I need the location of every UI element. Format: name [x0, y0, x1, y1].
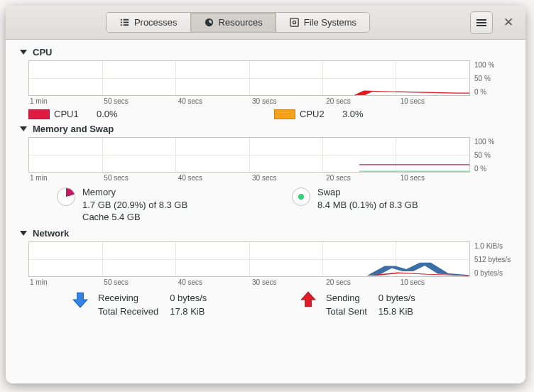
cpu2-label: CPU2 [300, 109, 342, 119]
svg-rect-0 [121, 19, 122, 21]
upload-arrow-icon [299, 290, 317, 311]
cpu1-swatch [28, 109, 50, 119]
memory-section-title: Memory and Swap [33, 124, 114, 134]
ylabel: 50 % [474, 151, 513, 159]
chevron-down-icon [20, 231, 27, 236]
total-sent-value: 15.8 KiB [378, 305, 425, 318]
resources-view: CPU 100 % 50 % 0 % 1 min 50 secs [6, 40, 525, 383]
ylabel: 512 bytes/s [474, 256, 513, 263]
svg-rect-6 [290, 18, 298, 26]
receiving-info[interactable]: Receiving0 bytes/s Total Received17.8 Ki… [28, 290, 285, 320]
close-icon: ✕ [503, 15, 513, 30]
cpu-legend: CPU1 0.0% CPU2 3.0% [28, 109, 513, 119]
hamburger-icon [476, 18, 486, 28]
svg-rect-2 [121, 22, 122, 23]
xlabel: 40 secs [178, 97, 252, 105]
svg-rect-4 [121, 24, 122, 26]
tab-filesystems[interactable]: File Systems [276, 13, 369, 32]
sending-info[interactable]: Sending0 bytes/s Total Sent15.8 KiB [299, 290, 513, 320]
cpu1-label: CPU1 [54, 109, 97, 119]
memory-cache: Cache 5.4 GB [82, 211, 187, 224]
ylabel: 100 % [474, 138, 513, 146]
network-y-axis: 1.0 KiB/s 512 bytes/s 0 bytes/s [474, 241, 513, 277]
xlabel: 1 min [28, 174, 104, 182]
network-x-axis: 1 min 50 secs 40 secs 30 secs 20 secs 10… [28, 278, 513, 286]
tab-filesystems-label: File Systems [304, 17, 356, 28]
xlabel: 30 secs [252, 278, 326, 286]
cpu2-swatch [274, 109, 295, 119]
tab-processes-label: Processes [134, 17, 178, 28]
memory-usage: 1.7 GB (20.9%) of 8.3 GB [82, 199, 187, 212]
view-switcher: Processes Resources File Systems [106, 12, 370, 33]
xlabel: 20 secs [326, 174, 400, 182]
memory-section-header[interactable]: Memory and Swap [18, 124, 513, 134]
xlabel: 50 secs [104, 278, 178, 286]
svg-rect-1 [124, 19, 129, 21]
hamburger-menu-button[interactable] [470, 11, 493, 34]
xlabel: 10 secs [400, 97, 474, 105]
tab-resources-label: Resources [219, 17, 263, 28]
swap-usage: 8.4 MB (0.1%) of 8.3 GB [317, 199, 418, 212]
chevron-down-icon [20, 50, 27, 55]
xlabel: 20 secs [326, 278, 400, 286]
memory-y-axis: 100 % 50 % 0 % [474, 137, 513, 173]
svg-rect-3 [124, 22, 129, 23]
svg-rect-10 [476, 25, 486, 26]
network-section: Network 1.0 KiB/s 512 bytes/s 0 bytes/s [18, 228, 513, 320]
receiving-rate: 0 bytes/s [170, 292, 217, 305]
cpu-section-header[interactable]: CPU [18, 47, 513, 58]
ylabel: 1.0 KiB/s [474, 242, 513, 250]
swap-pie-icon [292, 187, 310, 206]
xlabel: 30 secs [252, 97, 326, 105]
memory-x-axis: 1 min 50 secs 40 secs 30 secs 20 secs 10… [28, 174, 513, 182]
ylabel: 0 % [474, 165, 513, 173]
total-sent-label: Total Sent [326, 305, 377, 318]
xlabel: 20 secs [326, 97, 400, 105]
memory-title: Memory [82, 186, 187, 199]
network-section-title: Network [33, 228, 69, 239]
close-window-button[interactable]: ✕ [497, 11, 520, 34]
xlabel: 1 min [28, 278, 104, 286]
xlabel: 1 min [28, 97, 104, 105]
memory-info[interactable]: Memory 1.7 GB (20.9%) of 8.3 GB Cache 5.… [28, 186, 278, 224]
swap-title: Swap [317, 186, 418, 199]
ylabel: 0 bytes/s [474, 269, 513, 277]
network-chart [28, 241, 470, 277]
xlabel: 10 secs [400, 278, 474, 286]
svg-rect-9 [476, 22, 486, 23]
titlebar: Processes Resources File Systems ✕ [6, 6, 525, 40]
svg-rect-8 [476, 19, 486, 21]
memory-chart [28, 137, 470, 173]
network-section-header[interactable]: Network [18, 228, 513, 239]
speedometer-icon [204, 17, 214, 28]
ylabel: 50 % [474, 75, 513, 82]
cpu-chart [28, 60, 470, 96]
cpu2-legend-item[interactable]: CPU2 3.0% [274, 109, 513, 119]
system-monitor-window: Processes Resources File Systems ✕ CPU [6, 6, 525, 383]
svg-rect-5 [124, 24, 129, 26]
cpu2-value: 3.0% [342, 109, 364, 119]
cpu1-legend-item[interactable]: CPU1 0.0% [28, 109, 267, 119]
cpu1-value: 0.0% [97, 109, 118, 119]
download-arrow-icon [71, 290, 89, 311]
tab-resources[interactable]: Resources [191, 13, 276, 32]
sending-rate: 0 bytes/s [378, 292, 425, 305]
xlabel: 50 secs [104, 97, 178, 105]
tab-processes[interactable]: Processes [107, 13, 191, 32]
xlabel: 50 secs [104, 174, 178, 182]
svg-point-7 [293, 21, 295, 23]
sending-label: Sending [326, 292, 377, 305]
receiving-label: Receiving [98, 292, 168, 305]
memory-pie-icon [57, 187, 75, 206]
disk-icon [289, 17, 300, 28]
total-received-value: 17.8 KiB [170, 305, 217, 318]
chevron-down-icon [20, 126, 27, 131]
list-icon [119, 17, 130, 28]
swap-info[interactable]: Swap 8.4 MB (0.1%) of 8.3 GB [292, 186, 513, 224]
xlabel: 40 secs [178, 278, 252, 286]
cpu-section-title: CPU [33, 47, 52, 58]
total-received-label: Total Received [98, 305, 168, 318]
cpu-y-axis: 100 % 50 % 0 % [474, 60, 513, 96]
xlabel: 40 secs [178, 174, 252, 182]
xlabel: 30 secs [252, 174, 326, 182]
